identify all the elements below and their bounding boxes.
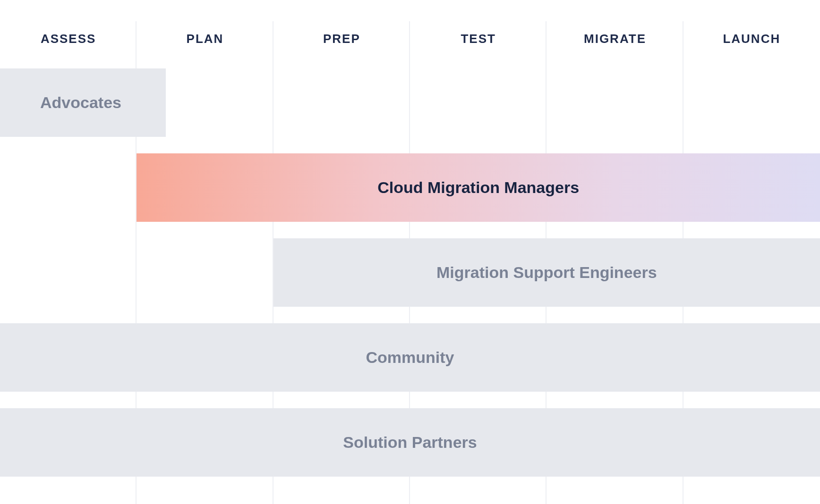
phase-header-test: TEST	[410, 21, 547, 57]
phase-header-prep: PREP	[273, 21, 410, 57]
bar-row-advocates: Advocates	[0, 68, 820, 137]
bar-solution-partners: Solution Partners	[0, 408, 820, 477]
bar-advocates: Advocates	[0, 68, 166, 137]
phase-header-migrate: MIGRATE	[547, 21, 683, 57]
migration-phases-chart: ASSESS PLAN PREP TEST MIGRATE LAUNCH Adv…	[0, 0, 820, 504]
bar-migration-support-engineers: Migration Support Engineers	[273, 238, 820, 307]
bars-container: Advocates Cloud Migration Managers Migra…	[0, 68, 820, 477]
bar-row-mse: Migration Support Engineers	[0, 238, 820, 307]
bar-community: Community	[0, 323, 820, 392]
phase-header-assess: ASSESS	[0, 21, 137, 57]
bar-row-partners: Solution Partners	[0, 408, 820, 477]
phase-header-launch: LAUNCH	[683, 21, 820, 57]
bar-row-community: Community	[0, 323, 820, 392]
phase-header-row: ASSESS PLAN PREP TEST MIGRATE LAUNCH	[0, 21, 820, 57]
bar-cloud-migration-managers: Cloud Migration Managers	[137, 153, 820, 222]
phase-header-plan: PLAN	[137, 21, 273, 57]
bar-row-cmm: Cloud Migration Managers	[0, 153, 820, 222]
